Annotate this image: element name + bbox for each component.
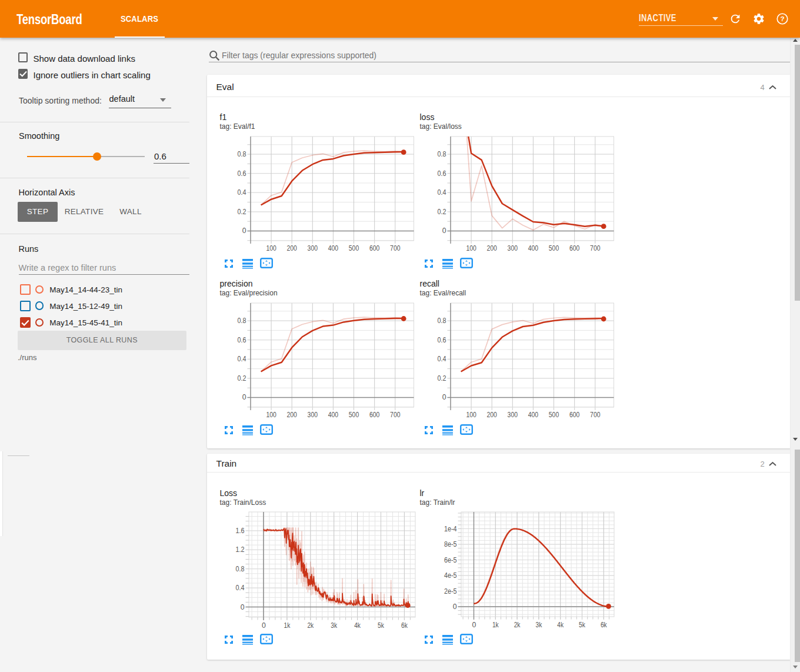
svg-text:300: 300: [307, 411, 318, 419]
svg-text:0.6: 0.6: [437, 335, 446, 344]
svg-text:0.4: 0.4: [235, 584, 244, 592]
svg-text:0.6: 0.6: [237, 169, 246, 177]
svg-text:2e-5: 2e-5: [444, 587, 457, 595]
svg-text:0.4: 0.4: [237, 188, 246, 197]
svg-text:600: 600: [569, 411, 579, 419]
svg-text:200: 200: [286, 244, 297, 252]
svg-text:500: 500: [348, 244, 359, 252]
svg-text:5k: 5k: [378, 621, 384, 630]
svg-text:3k: 3k: [331, 621, 337, 630]
svg-text:0.8: 0.8: [437, 317, 446, 325]
svg-text:4e-5: 4e-5: [444, 571, 457, 580]
svg-text:8e-5: 8e-5: [444, 540, 457, 548]
svg-text:400: 400: [528, 244, 538, 252]
svg-text:600: 600: [569, 244, 579, 252]
svg-text:2k: 2k: [514, 620, 521, 628]
svg-text:0.2: 0.2: [237, 207, 246, 215]
svg-text:700: 700: [590, 244, 601, 252]
svg-text:3k: 3k: [536, 620, 542, 628]
svg-text:100: 100: [466, 411, 476, 419]
svg-text:0.4: 0.4: [437, 188, 446, 197]
svg-text:500: 500: [348, 411, 359, 419]
svg-text:0: 0: [242, 227, 246, 235]
svg-text:1k: 1k: [284, 621, 290, 630]
svg-text:0.8: 0.8: [237, 150, 246, 158]
svg-text:6e-5: 6e-5: [444, 555, 457, 564]
svg-text:0: 0: [442, 393, 446, 401]
svg-text:300: 300: [307, 244, 318, 252]
svg-text:0: 0: [453, 603, 457, 611]
svg-text:0.6: 0.6: [437, 169, 446, 177]
svg-text:6k: 6k: [401, 621, 408, 630]
svg-text:0.4: 0.4: [437, 355, 446, 363]
svg-text:0.6: 0.6: [237, 335, 246, 344]
svg-text:0.2: 0.2: [437, 374, 446, 382]
svg-text:4k: 4k: [557, 620, 564, 628]
svg-text:700: 700: [390, 244, 401, 252]
svg-text:100: 100: [266, 411, 276, 419]
svg-text:?: ?: [780, 15, 784, 22]
svg-text:1k: 1k: [492, 620, 499, 628]
svg-text:1e-4: 1e-4: [444, 524, 457, 533]
svg-text:300: 300: [507, 244, 518, 252]
svg-text:0.8: 0.8: [437, 150, 446, 158]
svg-text:0: 0: [242, 393, 246, 401]
svg-text:0: 0: [442, 227, 446, 235]
svg-text:700: 700: [590, 411, 601, 419]
svg-text:2k: 2k: [307, 621, 314, 630]
svg-text:0.8: 0.8: [237, 317, 246, 325]
svg-text:400: 400: [528, 411, 538, 419]
svg-text:1.6: 1.6: [235, 527, 244, 535]
svg-text:0: 0: [240, 603, 244, 611]
svg-text:600: 600: [369, 411, 379, 419]
svg-text:400: 400: [328, 244, 338, 252]
svg-text:400: 400: [328, 411, 338, 419]
svg-text:0.2: 0.2: [437, 207, 446, 215]
svg-text:700: 700: [390, 411, 401, 419]
svg-text:200: 200: [286, 411, 297, 419]
svg-text:100: 100: [266, 244, 276, 252]
svg-text:0.8: 0.8: [235, 565, 244, 573]
svg-text:200: 200: [486, 244, 497, 252]
svg-text:5k: 5k: [579, 620, 585, 628]
svg-text:1.2: 1.2: [235, 545, 244, 554]
svg-text:4k: 4k: [354, 621, 361, 630]
svg-text:500: 500: [548, 411, 559, 419]
svg-text:300: 300: [507, 411, 518, 419]
svg-text:100: 100: [466, 244, 476, 252]
svg-text:500: 500: [548, 244, 559, 252]
svg-text:200: 200: [486, 411, 497, 419]
svg-text:0: 0: [472, 620, 476, 628]
svg-text:6k: 6k: [601, 620, 607, 628]
svg-text:0.2: 0.2: [237, 374, 246, 382]
svg-text:600: 600: [369, 244, 379, 252]
svg-text:0.4: 0.4: [237, 355, 246, 363]
svg-text:0: 0: [262, 621, 266, 630]
